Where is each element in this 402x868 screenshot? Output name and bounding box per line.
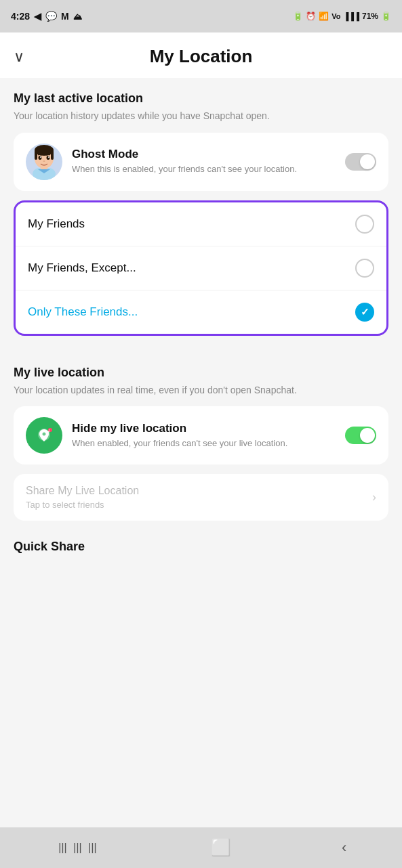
friends-option-my-friends[interactable]: My Friends bbox=[16, 202, 386, 246]
page-header: ∨ My Location bbox=[0, 32, 402, 78]
last-active-title: My last active location bbox=[14, 91, 388, 106]
hide-live-title: Hide my live location bbox=[72, 422, 336, 435]
svg-rect-5 bbox=[51, 150, 54, 160]
avatar bbox=[26, 144, 62, 180]
bottom-nav: ⫼⫼⫼ ⬜ ‹ bbox=[0, 827, 402, 868]
friends-option-only-these[interactable]: Only These Friends... bbox=[16, 290, 386, 334]
bitmoji-avatar bbox=[26, 144, 62, 180]
share-live-title: Share My Live Location bbox=[26, 485, 139, 497]
share-live-info: Share My Live Location Tap to select fri… bbox=[26, 485, 139, 510]
only-these-friends-radio[interactable] bbox=[355, 303, 374, 322]
back-button[interactable]: ∨ bbox=[14, 48, 24, 66]
quick-share-title: Quick Share bbox=[14, 540, 388, 554]
ghost-mode-toggle[interactable] bbox=[345, 153, 376, 171]
friends-selection-card: My Friends My Friends, Except... Only Th… bbox=[14, 200, 388, 336]
wifi-icon: 📶 bbox=[319, 12, 329, 21]
live-location-title: My live location bbox=[14, 366, 388, 380]
share-live-chevron: › bbox=[372, 490, 376, 504]
ghost-mode-info: Ghost Mode When this is enabled, your fr… bbox=[72, 148, 336, 175]
svg-point-6 bbox=[39, 156, 42, 160]
status-bar: 4:28 ◀ 💬 M ⛰ 🔋 ⏰ 📶 Vo ▐▐▐ 71% 🔋 bbox=[0, 0, 402, 32]
share-live-location-row[interactable]: Share My Live Location Tap to select fri… bbox=[14, 474, 388, 521]
last-active-desc: Your location history updates while you … bbox=[14, 110, 388, 123]
my-friends-except-radio[interactable] bbox=[355, 259, 374, 278]
only-these-friends-label: Only These Friends... bbox=[28, 305, 138, 319]
svg-point-9 bbox=[48, 156, 49, 158]
battery-saver-icon: 🔋 bbox=[293, 12, 303, 21]
nav-menu-icon[interactable]: ⫼⫼⫼ bbox=[56, 839, 100, 856]
last-active-section: My last active location Your location hi… bbox=[0, 78, 402, 352]
svg-rect-4 bbox=[35, 150, 37, 160]
ghost-mode-title: Ghost Mode bbox=[72, 148, 336, 161]
svg-point-10 bbox=[43, 160, 45, 162]
live-location-desc: Your location updates in real time, even… bbox=[14, 384, 388, 397]
nav-home-icon[interactable]: ⬜ bbox=[211, 838, 231, 857]
signal-icon: Vo bbox=[331, 12, 340, 20]
whatsapp-icon: 💬 bbox=[45, 11, 57, 22]
my-friends-label: My Friends bbox=[28, 217, 85, 231]
location-pin-icon: ! bbox=[35, 426, 54, 445]
hide-live-row: ! Hide my live location When enabled, yo… bbox=[26, 417, 376, 454]
hide-live-desc: When enabled, your friends can't see you… bbox=[72, 438, 336, 450]
hide-live-info: Hide my live location When enabled, your… bbox=[72, 422, 336, 450]
gallery-icon: ⛰ bbox=[73, 12, 82, 22]
hide-live-toggle[interactable] bbox=[345, 427, 376, 444]
ghost-mode-desc: When this is enabled, your friends can't… bbox=[72, 164, 336, 175]
friends-option-except[interactable]: My Friends, Except... bbox=[16, 246, 386, 290]
status-left: 4:28 ◀ 💬 M ⛰ bbox=[11, 11, 82, 22]
my-friends-except-label: My Friends, Except... bbox=[28, 261, 136, 275]
svg-point-3 bbox=[35, 145, 54, 156]
alarm-icon: ⏰ bbox=[306, 12, 316, 21]
hide-live-location-card: ! Hide my live location When enabled, yo… bbox=[14, 406, 388, 464]
svg-point-8 bbox=[40, 156, 41, 158]
time-display: 4:28 bbox=[11, 11, 30, 22]
main-content: ∨ My Location My last active location Yo… bbox=[0, 32, 402, 827]
share-live-subtitle: Tap to select friends bbox=[26, 500, 139, 510]
my-friends-radio[interactable] bbox=[355, 215, 374, 234]
page-title: My Location bbox=[150, 46, 253, 67]
navigation-icon: ◀ bbox=[34, 11, 41, 22]
live-location-section: My live location Your location updates i… bbox=[0, 352, 402, 538]
ghost-mode-card: Ghost Mode When this is enabled, your fr… bbox=[14, 133, 388, 191]
quick-share-section: Quick Share bbox=[0, 537, 402, 561]
battery-percent: 71% bbox=[362, 12, 378, 21]
nav-back-icon[interactable]: ‹ bbox=[342, 839, 346, 856]
gmail-icon: M bbox=[61, 11, 69, 22]
network-bars-icon: ▐▐▐ bbox=[344, 12, 359, 20]
svg-point-7 bbox=[47, 156, 50, 160]
ghost-mode-row: Ghost Mode When this is enabled, your fr… bbox=[26, 144, 376, 180]
battery-icon: 🔋 bbox=[381, 12, 391, 21]
status-right: 🔋 ⏰ 📶 Vo ▐▐▐ 71% 🔋 bbox=[293, 12, 391, 21]
live-location-icon: ! bbox=[26, 417, 62, 454]
